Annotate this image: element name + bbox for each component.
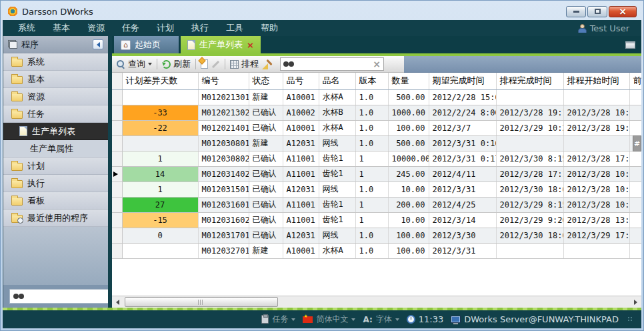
sidebar-item-system[interactable]: 系统 (3, 53, 108, 71)
menu-item-execute[interactable]: 执行 (183, 22, 217, 34)
scroll-left-button[interactable] (112, 297, 123, 308)
status-task-dropdown[interactable]: 任务 (261, 314, 295, 325)
sidebar-item-production-order-list[interactable]: 生产单列表 (3, 123, 108, 140)
maximize-icon (595, 9, 601, 14)
cell-qty: 500.00 (388, 135, 429, 151)
edit-button[interactable] (211, 63, 220, 65)
schedule-button[interactable]: 排程 (230, 58, 259, 70)
col-order-no[interactable]: 编号 (198, 73, 249, 89)
tab-bar: 起始页 生产单列表 (112, 36, 641, 53)
flyout-marker[interactable]: # (633, 135, 641, 151)
folder-icon (11, 180, 23, 188)
sidebar-collapse-button[interactable] (93, 39, 103, 49)
table-row[interactable]: M012032701 新建 A10001 水杯A 1.0 100.00 2012… (112, 243, 641, 258)
cell-qty: 10.00 (388, 212, 429, 228)
cell-expected-finish: 2012/3/31 0:17 (429, 151, 496, 166)
col-plan-diff-days[interactable]: 计划差异天数 (122, 73, 198, 89)
china-flag-icon (303, 316, 313, 323)
sidebar-item-task[interactable]: 任务 (3, 105, 108, 123)
table-row[interactable]: M012021301 新建 A10001 水杯A 1.0 500.00 2012… (112, 89, 641, 105)
refresh-button[interactable]: 刷新 (162, 58, 191, 70)
menu-item-help[interactable]: 帮助 (252, 22, 287, 34)
col-item-no[interactable]: 品号 (283, 73, 319, 89)
table-row[interactable]: 27 M012031601 已确认 A11001 齿轮1 1 200.00 20… (112, 197, 641, 212)
col-partial[interactable]: 前 (629, 73, 641, 89)
production-order-grid: 计划差异天数 编号 状态 品号 品名 版本 数量 期望完成时间 排程完成时间 排… (112, 73, 641, 296)
menu-item-task[interactable]: 任务 (113, 22, 148, 34)
folder-icon (11, 111, 23, 119)
col-version[interactable]: 版本 (355, 73, 388, 89)
col-sched-start[interactable]: 排程开始时间 (563, 73, 629, 89)
table-row[interactable]: M012030801 新建 A12031 网线 1.0 500.00 2012/… (112, 135, 641, 151)
cell-expected-finish: 2012/3/31 (429, 243, 496, 258)
sidebar-item-resource[interactable]: 资源 (3, 88, 108, 105)
table-row[interactable]: 0 M012031701 已确认 A12031 网线 1.0 100.00 20… (112, 228, 641, 243)
menu-item-basic[interactable]: 基本 (44, 22, 79, 34)
cell-expected-finish: 2012/3/14 (429, 212, 496, 228)
pencil-icon (212, 60, 219, 67)
table-row[interactable]: -15 M012031602 已确认 A11001 齿轮1 1 10.00 20… (112, 212, 641, 228)
scrollbar-thumb[interactable] (125, 297, 278, 307)
cell-plan-diff-days: -15 (122, 212, 198, 228)
folder-icon (11, 59, 23, 67)
menu-item-system[interactable]: 系统 (9, 22, 44, 34)
col-expected-finish[interactable]: 期望完成时间 (429, 73, 496, 89)
close-tab-icon[interactable] (247, 41, 254, 49)
table-row[interactable]: 14 M012031402 已确认 A11001 齿轮1 1 245.00 20… (112, 166, 641, 182)
document-icon (19, 126, 27, 136)
col-sched-finish[interactable]: 排程完成时间 (496, 73, 563, 89)
cell-sched-finish: 2012/3/30 18:00 (496, 228, 563, 243)
new-document-icon (201, 59, 208, 69)
menu-item-plan[interactable]: 计划 (148, 22, 183, 34)
table-row[interactable]: -22 M012021401 已确认 A10001 水杯A 1.0 100.00… (112, 120, 641, 135)
window-controls (566, 6, 637, 17)
chevron-down-icon (395, 318, 399, 321)
minimize-button[interactable] (566, 6, 586, 17)
menu-item-resource[interactable]: 资源 (79, 22, 113, 34)
sidebar-item-kanban[interactable]: 看板 (3, 192, 108, 210)
table-row[interactable]: 1 M012030802 已确认 A11001 齿轮1 1 10000.00 2… (112, 151, 641, 166)
cell-qty: 245.00 (388, 166, 429, 182)
float-window-icon[interactable] (625, 41, 635, 49)
cell-sched-start (563, 135, 629, 151)
status-task-label: 任务 (272, 314, 288, 325)
query-button[interactable]: 查询 (116, 58, 152, 70)
query-dropdown-icon (148, 63, 152, 65)
sidebar-item-plan[interactable]: 计划 (3, 157, 108, 175)
toolbar-search-clear-icon[interactable] (373, 59, 381, 69)
scroll-right-button[interactable] (630, 297, 641, 308)
toolbar-search-input[interactable] (297, 59, 370, 69)
cell-order-no: M012031501 (198, 182, 249, 197)
status-time: 11:33 (419, 314, 443, 324)
close-button[interactable] (609, 6, 637, 17)
cell-expected-finish: 2012/2/24 8:00 (429, 105, 496, 120)
table-row[interactable]: -33 M012021302 已确认 A10002 水杯B 1.0 1000.0… (112, 105, 641, 120)
cell-item-no: A10002 (283, 105, 319, 120)
maximize-button[interactable] (587, 6, 607, 17)
toolbar: 查询 刷新 排程 (112, 56, 641, 73)
status-language-dropdown[interactable]: 简体中文 (303, 314, 355, 325)
toolbar-separator (157, 59, 157, 69)
menu-item-tools[interactable]: 工具 (217, 22, 252, 34)
status-font-dropdown[interactable]: 字体 (363, 314, 399, 325)
cell-qty: 100.00 (388, 228, 429, 243)
sidebar-item-recent-programs[interactable]: 最近使用的程序 (3, 210, 108, 227)
sidebar-item-label: 计划 (27, 160, 45, 172)
sidebar-item-production-order-properties[interactable]: 生产单属性 (3, 140, 108, 157)
tab-start-page[interactable]: 起始页 (114, 36, 179, 53)
new-button[interactable] (201, 59, 208, 69)
table-row[interactable]: 1 M012031501 已确认 A12031 网线 1.0 10.00 201… (112, 182, 641, 197)
col-status[interactable]: 状态 (249, 73, 283, 89)
sidebar-item-basic[interactable]: 基本 (3, 71, 108, 88)
resize-grip-icon[interactable] (627, 316, 633, 322)
col-qty[interactable]: 数量 (388, 73, 429, 89)
cell-sched-start (563, 243, 629, 258)
tab-production-order-list[interactable]: 生产单列表 (181, 36, 261, 53)
sidebar-item-label: 最近使用的程序 (27, 212, 88, 224)
clean-button[interactable] (262, 59, 273, 69)
user-menu[interactable]: Test User (577, 23, 635, 33)
cell-plan-diff-days: 1 (122, 182, 198, 197)
sidebar-item-execute[interactable]: 执行 (3, 175, 108, 192)
status-clock: 11:33 (407, 314, 443, 324)
col-item-name[interactable]: 品名 (319, 73, 355, 89)
